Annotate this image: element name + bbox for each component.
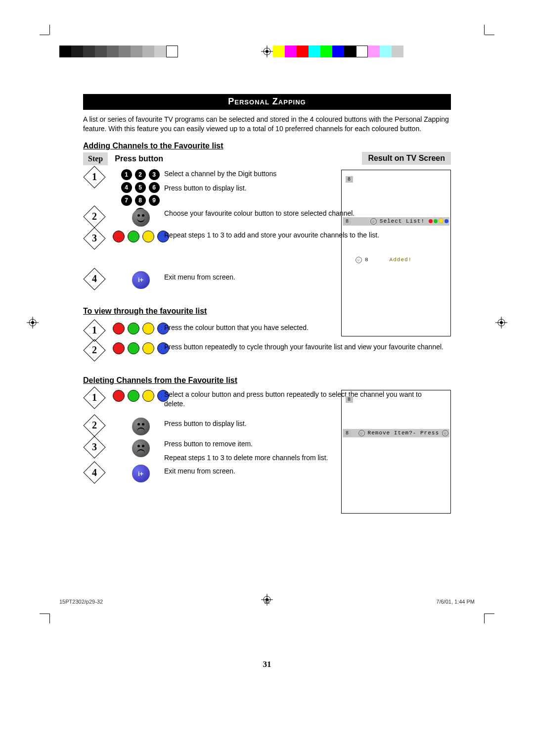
page: Personal Zapping A list or series of fav… <box>0 0 534 756</box>
col-result: Result on TV Screen <box>362 152 451 165</box>
svg-point-11 <box>500 321 503 324</box>
crop-mark <box>49 25 50 35</box>
osd-channel: 8 <box>344 430 351 436</box>
osd-added: Added! <box>390 257 412 263</box>
svg-point-7 <box>31 321 34 324</box>
svg-point-3 <box>266 50 268 53</box>
color-buttons <box>117 342 164 354</box>
osd-channel: 8 <box>346 396 353 403</box>
tv-screen-deleting: 8 8 ☺ Remove Item?- Press ☺ <box>341 390 451 514</box>
crop-mark <box>485 614 494 614</box>
adding-section: Step Press button Result on TV Screen 8 … <box>83 152 451 289</box>
intro-text: A list or series of favourite TV program… <box>83 115 451 134</box>
crop-mark <box>484 25 485 35</box>
osd-channel: 8 <box>365 257 369 263</box>
exit-button: i+ <box>117 465 164 482</box>
osd-select-list: Select List! <box>380 218 425 224</box>
exit-button: i+ <box>117 271 164 289</box>
content: Personal Zapping A list or series of fav… <box>83 94 451 482</box>
grayscale-strip <box>59 46 178 57</box>
smiley-icon: ☺ <box>358 430 365 436</box>
osd-channel: 8 <box>344 218 351 225</box>
viewing-s2: Press button repeatedly to cycle through… <box>164 342 444 352</box>
heading-deleting: Deleting Channels from the Favourite lis… <box>83 376 451 385</box>
register-mark-right <box>495 317 507 329</box>
crop-mark <box>40 614 49 614</box>
step-2: 2 <box>87 209 102 225</box>
step-1: 1 <box>87 390 102 406</box>
footer-mid: 31 <box>59 599 475 605</box>
col-press: Press button <box>108 152 170 165</box>
step-1: 1 <box>87 323 102 338</box>
sad-button <box>117 439 164 457</box>
sad-button <box>117 418 164 435</box>
crop-mark <box>40 35 49 35</box>
crop-mark <box>484 614 485 623</box>
osd-remove: Remove Item?- Press <box>368 430 439 436</box>
exit-icon: i+ <box>138 470 143 477</box>
step-2: 2 <box>87 418 102 433</box>
step-1: 1 <box>87 169 102 185</box>
osd-color-dots <box>428 218 448 225</box>
exit-icon: i+ <box>138 276 143 284</box>
step-3: 3 <box>87 231 102 246</box>
col-step: Step <box>83 152 108 165</box>
smiley-icon: ☺ <box>356 257 362 263</box>
osd-channel: 8 <box>346 176 353 183</box>
register-mark-left <box>27 317 39 329</box>
smiley-icon: ☺ <box>442 430 448 436</box>
color-buttons <box>117 390 164 402</box>
section-title: Personal Zapping <box>83 94 451 110</box>
step-3: 3 <box>87 439 102 455</box>
smiley-icon: ☺ <box>370 218 377 225</box>
deleting-section: 8 8 ☺ Remove Item?- Press ☺ 1 Select a c… <box>83 390 451 483</box>
register-mark-top <box>261 46 273 57</box>
smiley-button <box>117 209 164 227</box>
step-4: 4 <box>87 465 102 480</box>
footer: 15PT2302/p29-32 31 7/6/01, 1:44 PM <box>59 599 475 605</box>
step-4: 4 <box>87 271 102 287</box>
step-2: 2 <box>87 342 102 358</box>
page-number: 31 <box>83 660 451 669</box>
tv-screen-adding: 8 8 ☺ Select List! ☺ 8 Added! <box>341 170 451 336</box>
color-strip <box>273 46 403 57</box>
crop-mark <box>485 35 494 35</box>
color-buttons <box>117 231 164 242</box>
heading-adding: Adding Channels to the Favourite list <box>83 142 451 150</box>
crop-mark <box>49 614 50 623</box>
color-buttons <box>117 323 164 334</box>
